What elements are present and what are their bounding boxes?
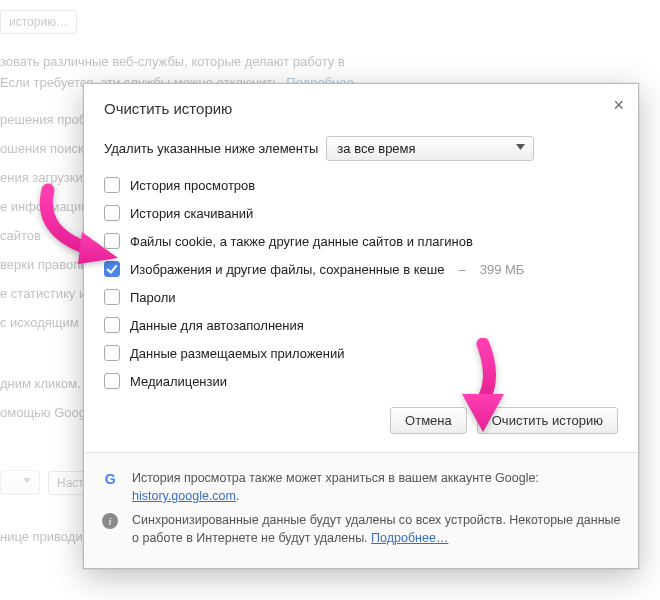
footer-learnmore-link[interactable]: Подробнее… [371,531,448,545]
checkbox[interactable] [104,177,120,193]
checkbox[interactable] [104,233,120,249]
option-extra: 399 МБ [480,262,525,277]
cancel-button[interactable]: Отмена [390,407,467,434]
option-label: Файлы cookie, а также другие данные сайт… [130,234,473,249]
checkbox[interactable] [104,289,120,305]
option-label: Медиалицензии [130,374,227,389]
option-label: История просмотров [130,178,255,193]
option-row[interactable]: История просмотров [104,171,618,199]
option-row[interactable]: Данные размещаемых приложений [104,339,618,367]
dialog-footer: G История просмотра также может хранитьс… [84,452,638,568]
time-range-value: за все время [337,141,415,156]
clear-history-dialog: Очистить историю × Удалить указанные ниж… [83,83,639,569]
checkbox[interactable] [104,373,120,389]
option-label: История скачиваний [130,206,253,221]
checkbox[interactable] [104,345,120,361]
option-row[interactable]: Пароли [104,283,618,311]
checkbox[interactable] [104,261,120,277]
footer-google-text: История просмотра также может храниться … [132,471,539,485]
option-label: Данные размещаемых приложений [130,346,345,361]
chevron-down-icon [516,144,525,150]
option-row[interactable]: Изображения и другие файлы, сохраненные … [104,255,618,283]
clear-history-button[interactable]: Очистить историю [477,407,618,434]
history-google-link[interactable]: history.google.com [132,489,236,503]
checkbox[interactable] [104,317,120,333]
options-list: История просмотровИстория скачиванийФайл… [104,171,618,395]
option-label: Пароли [130,290,176,305]
option-label: Данные для автозаполнения [130,318,304,333]
dialog-title: Очистить историю [104,100,232,117]
time-range-label: Удалить указанные ниже элементы [104,141,318,156]
option-row[interactable]: Медиалицензии [104,367,618,395]
option-row[interactable]: Файлы cookie, а также другие данные сайт… [104,227,618,255]
google-logo-icon: G [100,469,120,487]
option-row[interactable]: История скачиваний [104,199,618,227]
close-icon[interactable]: × [613,96,624,114]
option-label: Изображения и другие файлы, сохраненные … [130,262,444,277]
time-range-select[interactable]: за все время [326,136,534,161]
checkbox[interactable] [104,205,120,221]
option-row[interactable]: Данные для автозаполнения [104,311,618,339]
info-icon: i [100,511,120,529]
